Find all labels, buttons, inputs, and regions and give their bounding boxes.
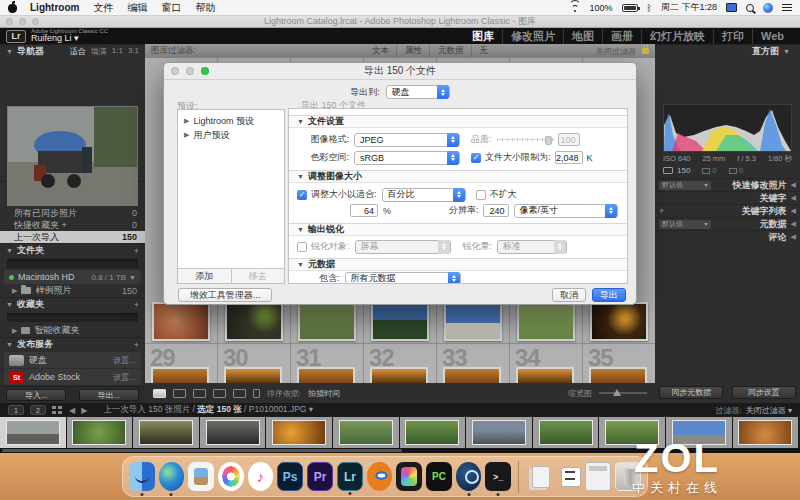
grid-cell[interactable] [509,300,582,343]
filmstrip-photo[interactable] [266,417,333,448]
filmstrip-photo[interactable] [133,417,200,448]
pycharm-icon[interactable]: PC [426,462,452,491]
quick-develop-header[interactable]: 默认值 快速修改照片 ◀ [655,178,800,191]
plugin-manager-button[interactable]: 增效工具管理器... [178,288,272,302]
photo-thumbnail[interactable] [370,367,428,383]
resolution-field[interactable]: 240 [483,204,509,217]
photo-thumbnail[interactable] [539,420,593,445]
siri-icon[interactable] [763,3,773,13]
module-develop[interactable]: 修改照片 [503,29,564,44]
add-keyword-button[interactable]: + [659,206,664,216]
sort-value-dropdown[interactable]: 拍摄时间 [308,388,340,399]
photo-thumbnail[interactable] [225,302,283,341]
expand-triangle-icon[interactable]: ▶ [184,131,189,139]
lightroom-dock-icon[interactable]: Lr [337,462,363,491]
publish-adobe-stock[interactable]: St Adobe Stock 设置... [4,369,141,385]
painter-tool-icon[interactable] [253,389,260,398]
lock-icon[interactable] [642,48,649,54]
module-slideshow[interactable]: 幻灯片放映 [642,29,714,44]
module-web[interactable]: Web [753,30,792,42]
filmstrip-photo[interactable] [67,417,134,448]
edge-icon[interactable] [159,462,185,491]
filter-none[interactable]: 无 [473,45,496,57]
expand-triangle-icon[interactable]: ▶ [12,287,17,295]
export-button[interactable]: 导出... [79,389,139,401]
histogram[interactable] [663,104,792,152]
grid-cell[interactable]: 35 [583,344,655,383]
grid-cell[interactable] [582,300,655,343]
filmstrip-photo[interactable] [400,417,467,448]
photo-thumbnail[interactable] [371,302,429,341]
menu-edit[interactable]: 编辑 [127,1,147,15]
histogram-header[interactable]: 直方图 ▼ [655,44,800,58]
photo-thumbnail[interactable] [151,367,209,383]
file-settings-header[interactable]: ▼ 文件设置 [289,115,627,128]
filmstrip-photo[interactable] [200,417,267,448]
photo-thumbnail[interactable] [590,302,648,341]
photo-thumbnail[interactable] [444,302,502,341]
filter-preset[interactable]: 关闭过滤器 [596,46,649,57]
grid-cell[interactable] [218,300,291,343]
filmstrip-photo[interactable] [333,417,400,448]
photo-thumbnail[interactable] [589,367,647,383]
volume-arrow-icon[interactable]: ▼ [129,274,136,281]
photo-thumbnail[interactable] [472,420,526,445]
add-folder-button[interactable]: + [134,246,139,256]
file-size-limit-field[interactable]: 2,048 [555,151,583,164]
next-photo-arrow-icon[interactable]: ▶ [81,406,87,415]
photo-thumbnail[interactable] [6,420,60,445]
export-to-dropdown[interactable]: 硬盘 [386,85,450,99]
grid-cell[interactable] [291,300,364,343]
main-window-button[interactable]: 1 [8,405,24,415]
expand-triangle-icon[interactable]: ▶ [184,117,189,125]
thumbnail-size-slider[interactable] [599,392,647,394]
cancel-button[interactable]: 取消 [552,288,586,302]
navigator-preview[interactable] [7,106,138,206]
photo-thumbnail[interactable] [516,367,574,383]
previous-photo-arrow-icon[interactable]: ◀ [69,406,75,415]
user-name[interactable]: Ruifeng Li ▾ [31,34,108,43]
zoom-1-1[interactable]: 1:1 [112,46,123,57]
filmstrip-source-info[interactable]: 上一次导入 150 张照片 / 选定 150 张 / P1010001.JPG … [103,404,313,416]
loupe-view-icon[interactable] [173,389,186,398]
metadata-include-dropdown[interactable]: 所有元数据 [345,272,461,284]
keywording-header[interactable]: 关键字 ◀ [655,191,800,204]
apple-menu-icon[interactable] [8,2,18,13]
finder-icon[interactable] [129,462,155,491]
steam-icon[interactable] [456,462,482,491]
remove-preset-button[interactable]: 移去 [231,269,285,283]
metadata-header[interactable]: ▼ 元数据 [289,258,627,271]
filter-attribute[interactable]: 属性 [398,45,430,57]
photoshop-icon[interactable]: Ps [277,462,303,491]
bluetooth-icon[interactable]: ᛒ [647,3,652,13]
photo-thumbnail[interactable] [297,367,355,383]
photo-thumbnail[interactable] [517,302,575,341]
module-library[interactable]: 图库 [464,29,503,44]
no-enlarge-checkbox[interactable] [476,190,486,200]
color-space-dropdown[interactable]: sRGB [354,151,460,165]
catalog-previous-import[interactable]: 上一次导入 150 [0,231,145,243]
grid-cell[interactable]: 31 [291,344,364,383]
grid-cell[interactable]: 33 [437,344,510,383]
grid-cell[interactable]: 32 [364,344,437,383]
zoom-3-1[interactable]: 3:1 [128,46,139,57]
percent-field[interactable]: 64 [350,204,378,217]
wifi-icon[interactable] [569,3,581,12]
export-confirm-button[interactable]: 导出 [592,288,626,302]
grid-cell[interactable]: 34 [510,344,583,383]
battery-icon[interactable] [622,4,638,12]
export-settings-panel[interactable]: ▼ 文件设置 图像格式: JPEG 品质: 100 色彩空间: sRGB [288,108,628,284]
add-preset-button[interactable]: 添加 [178,269,231,283]
downloads-stack-icon[interactable] [556,462,582,491]
menu-app[interactable]: Lightroom [30,2,79,13]
photo-thumbnail[interactable] [206,420,260,445]
metadata-header[interactable]: 默认值 元数据 ◀ [655,217,800,230]
photo-thumbnail[interactable] [298,302,356,341]
sync-settings-button[interactable]: 同步设置 [732,386,796,399]
scrollbar-handle[interactable] [2,449,402,452]
terminal-icon[interactable]: >_ [485,462,511,491]
menu-help[interactable]: 帮助 [195,1,215,15]
music-icon[interactable]: ♪ [248,462,274,491]
collections-header[interactable]: ▼ 收藏夹 + [0,297,145,311]
collections-filter-bar[interactable] [7,313,138,322]
